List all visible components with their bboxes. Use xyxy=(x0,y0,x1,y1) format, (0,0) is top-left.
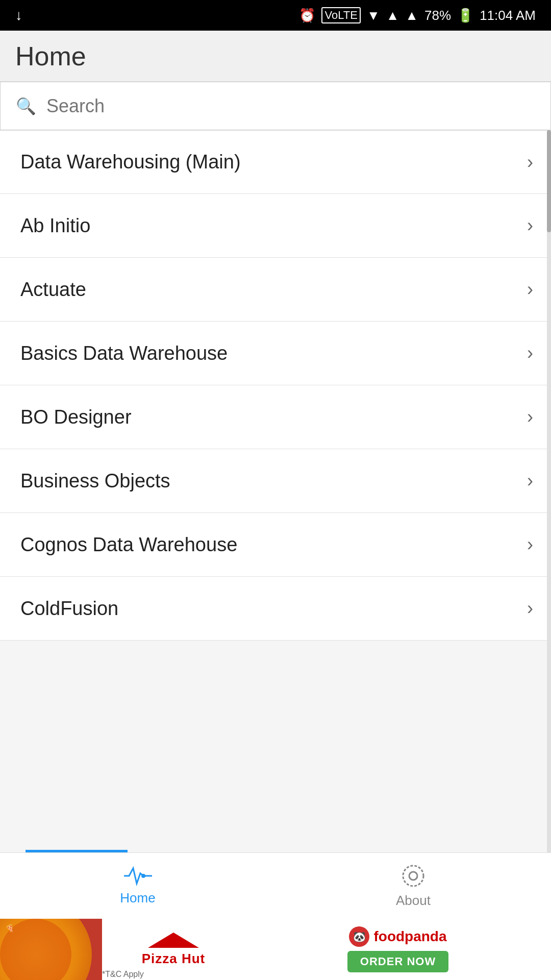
wifi-icon: ▼ xyxy=(367,8,380,23)
volte-icon: VoLTE xyxy=(321,7,360,23)
svg-point-2 xyxy=(403,866,423,886)
content-wrapper: Data Warehousing (Main) › Ab Initio › Ac… xyxy=(0,130,551,852)
foodpanda-logo: 🐼 foodpanda xyxy=(349,926,446,947)
status-bar-left: ↓ xyxy=(15,7,22,23)
signal-icon-2: ▲ xyxy=(405,8,418,23)
list-item-label: Cognos Data Warehouse xyxy=(20,534,237,556)
list-item-label: Business Objects xyxy=(20,470,170,492)
svg-point-1 xyxy=(409,872,417,880)
list-item-label: ColdFusion xyxy=(20,598,118,620)
list-item-label: Ab Initio xyxy=(20,215,90,237)
search-icon: 🔍 xyxy=(16,96,36,116)
list-item-label: Data Warehousing (Main) xyxy=(20,151,241,173)
home-pulse-icon xyxy=(124,866,152,886)
list-item-label: Actuate xyxy=(20,279,86,301)
nav-home-label: Home xyxy=(120,890,155,906)
search-input[interactable] xyxy=(46,95,535,117)
pizza-hut-roof-icon xyxy=(148,933,199,948)
page-title: Home xyxy=(15,41,86,71)
battery-percent: 78% xyxy=(424,8,451,23)
list-item[interactable]: Ab Initio › xyxy=(0,194,551,258)
chevron-right-icon: › xyxy=(527,152,533,173)
foodpanda-text: foodpanda xyxy=(373,928,446,945)
list-item[interactable]: Basics Data Warehouse › xyxy=(0,322,551,385)
chevron-right-icon: › xyxy=(527,215,533,236)
about-gear-icon xyxy=(400,863,426,889)
search-bar[interactable]: 🔍 xyxy=(0,82,551,130)
status-bar-right: ⏰ VoLTE ▼ ▲ ▲ 78% 🔋 11:04 AM xyxy=(299,7,536,23)
panda-icon: 🐼 xyxy=(349,926,369,947)
list-item[interactable]: Data Warehousing (Main) › xyxy=(0,130,551,194)
nav-about-label: About xyxy=(396,893,431,909)
download-icon: ↓ xyxy=(15,7,22,23)
battery-icon: 🔋 xyxy=(457,8,473,23)
list-item-label: Basics Data Warehouse xyxy=(20,342,228,364)
svg-point-0 xyxy=(141,874,145,878)
list-item[interactable]: Business Objects › xyxy=(0,449,551,513)
chevron-right-icon: › xyxy=(527,598,533,619)
order-now-button[interactable]: ORDER NOW xyxy=(347,951,448,972)
time: 11:04 AM xyxy=(480,8,536,23)
ad-tc-text: *T&C Apply xyxy=(102,970,144,979)
pizza-hut-logo-text: Pizza Hut xyxy=(142,951,206,967)
bottom-nav: Home About xyxy=(0,852,551,919)
nav-about[interactable]: About xyxy=(276,863,551,909)
alarm-icon: ⏰ xyxy=(299,8,315,23)
chevron-right-icon: › xyxy=(527,342,533,364)
header: Home xyxy=(0,31,551,82)
list-item[interactable]: BO Designer › xyxy=(0,385,551,449)
scrollbar[interactable] xyxy=(547,130,551,852)
home-active-indicator xyxy=(26,850,128,852)
chevron-right-icon: › xyxy=(527,470,533,492)
ad-banner: 🍕 Pizza Hut 🐼 foodpanda ORDER NOW × ⓘ *T… xyxy=(0,919,551,980)
ad-pizza-image: 🍕 xyxy=(0,919,102,980)
list-item[interactable]: ColdFusion › xyxy=(0,577,551,641)
list-item[interactable]: Cognos Data Warehouse › xyxy=(0,513,551,577)
signal-icon-1: ▲ xyxy=(386,8,399,23)
nav-home[interactable]: Home xyxy=(0,866,276,906)
list-item[interactable]: Actuate › xyxy=(0,258,551,322)
chevron-right-icon: › xyxy=(527,279,533,300)
status-bar: ↓ ⏰ VoLTE ▼ ▲ ▲ 78% 🔋 11:04 AM xyxy=(0,0,551,31)
chevron-right-icon: › xyxy=(527,534,533,555)
chevron-right-icon: › xyxy=(527,406,533,428)
list-item-label: BO Designer xyxy=(20,406,132,428)
scrollbar-thumb[interactable] xyxy=(547,130,551,232)
list-container: Data Warehousing (Main) › Ab Initio › Ac… xyxy=(0,130,551,852)
foodpanda-section: 🐼 foodpanda ORDER NOW xyxy=(245,919,551,980)
